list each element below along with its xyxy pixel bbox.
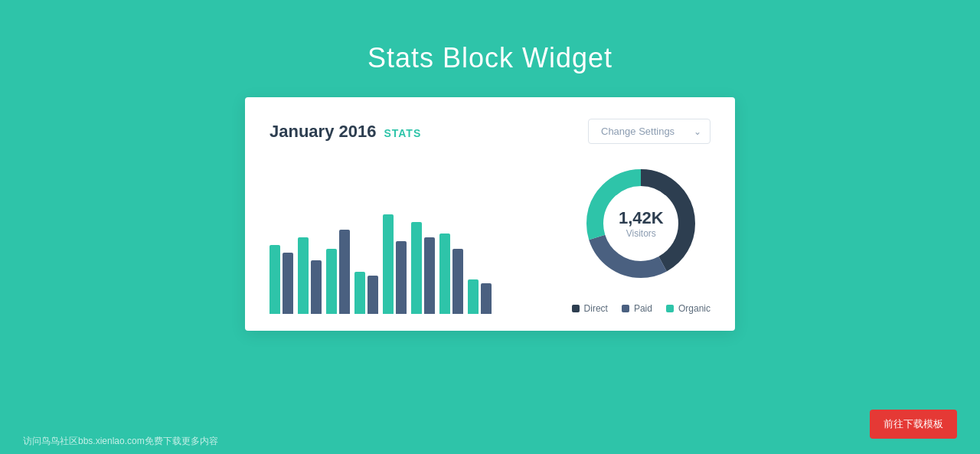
legend-label-organic: Organic [678,303,710,314]
cn-watermark: 访问鸟鸟社区bbs.xienlao.com免费下载更多内容 [23,435,218,448]
download-button[interactable]: 前往下载模板 [870,410,957,439]
legend: Direct Paid Organic [572,303,710,314]
legend-dot-paid [622,305,629,312]
donut-area: 1,42K Visitors Direct Paid Organic [572,162,710,314]
card-date-label: January 2016 [270,122,376,142]
bar-group-2 [326,230,350,314]
bar-navy-5 [424,237,435,314]
bar-group-4 [383,214,407,314]
bar-navy-3 [368,276,378,314]
bar-navy-2 [339,230,350,314]
legend-dot-direct [572,305,580,312]
bar-group-3 [354,272,378,314]
legend-dot-organic [666,305,674,312]
donut-chart: 1,42K Visitors [580,162,702,285]
card-header: January 2016 Stats Change Settings ⌄ [270,119,710,144]
legend-item-direct: Direct [572,303,608,314]
legend-label-direct: Direct [584,303,608,314]
bar-group-0 [270,245,293,314]
bar-navy-6 [452,249,463,314]
bar-teal-7 [468,279,479,314]
widget-card: January 2016 Stats Change Settings ⌄ [245,97,735,331]
donut-label: Visitors [619,228,664,239]
bar-navy-0 [283,253,293,314]
bar-group-7 [468,279,492,314]
legend-label-paid: Paid [634,303,652,314]
bar-teal-5 [411,222,422,314]
card-body: 1,42K Visitors Direct Paid Organic [270,162,710,314]
bar-navy-4 [396,241,407,314]
settings-dropdown[interactable]: Change Settings [588,119,710,144]
bar-chart [270,191,541,314]
bar-teal-0 [270,245,280,314]
bar-teal-1 [298,237,309,314]
bar-group-1 [298,237,322,314]
settings-dropdown-wrapper[interactable]: Change Settings ⌄ [588,119,710,144]
bar-teal-4 [383,214,394,314]
bar-group-5 [411,222,435,314]
bar-navy-1 [311,260,322,314]
card-title-group: January 2016 Stats [270,122,421,142]
bar-navy-7 [481,283,492,314]
donut-value: 1,42K [619,208,664,228]
bar-teal-6 [439,234,450,314]
legend-item-organic: Organic [666,303,710,314]
donut-center: 1,42K Visitors [619,208,664,239]
bar-group-6 [439,234,463,314]
bar-chart-area [270,191,541,314]
bar-teal-2 [326,249,337,314]
legend-item-paid: Paid [622,303,652,314]
card-stats-label: Stats [384,127,421,139]
bar-teal-3 [354,272,365,314]
page-title: Stats Block Widget [368,42,612,74]
